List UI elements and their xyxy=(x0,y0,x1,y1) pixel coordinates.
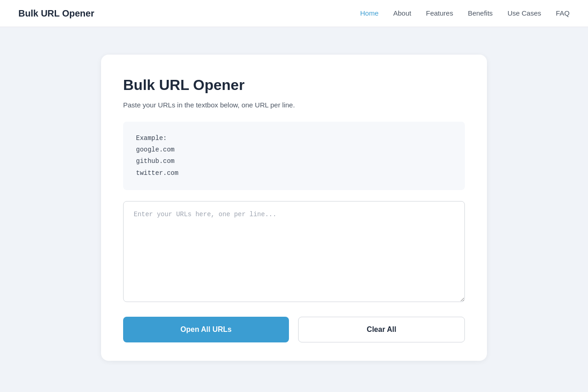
main-content: Bulk URL Opener Paste your URLs in the t… xyxy=(0,27,588,388)
url-textarea[interactable] xyxy=(123,201,465,302)
example-text: Example: google.com github.com twitter.c… xyxy=(136,133,452,179)
clear-all-button[interactable]: Clear All xyxy=(298,317,465,342)
nav-use-cases[interactable]: Use Cases xyxy=(508,9,541,17)
page-subtitle: Paste your URLs in the textbox below, on… xyxy=(123,101,465,109)
page-title: Bulk URL Opener xyxy=(123,77,465,94)
nav-features[interactable]: Features xyxy=(426,9,453,17)
nav-benefits[interactable]: Benefits xyxy=(468,9,492,17)
brand-logo[interactable]: Bulk URL Opener xyxy=(18,8,94,19)
navbar: Bulk URL Opener Home About Features Bene… xyxy=(0,0,588,27)
nav-about[interactable]: About xyxy=(393,9,411,17)
nav-faq[interactable]: FAQ xyxy=(556,9,570,17)
main-card: Bulk URL Opener Paste your URLs in the t… xyxy=(101,55,487,361)
open-all-button[interactable]: Open All URLs xyxy=(123,317,289,342)
nav-home[interactable]: Home xyxy=(360,9,379,17)
button-row: Open All URLs Clear All xyxy=(123,317,465,342)
example-box: Example: google.com github.com twitter.c… xyxy=(123,122,465,190)
nav-links: Home About Features Benefits Use Cases F… xyxy=(360,9,570,17)
